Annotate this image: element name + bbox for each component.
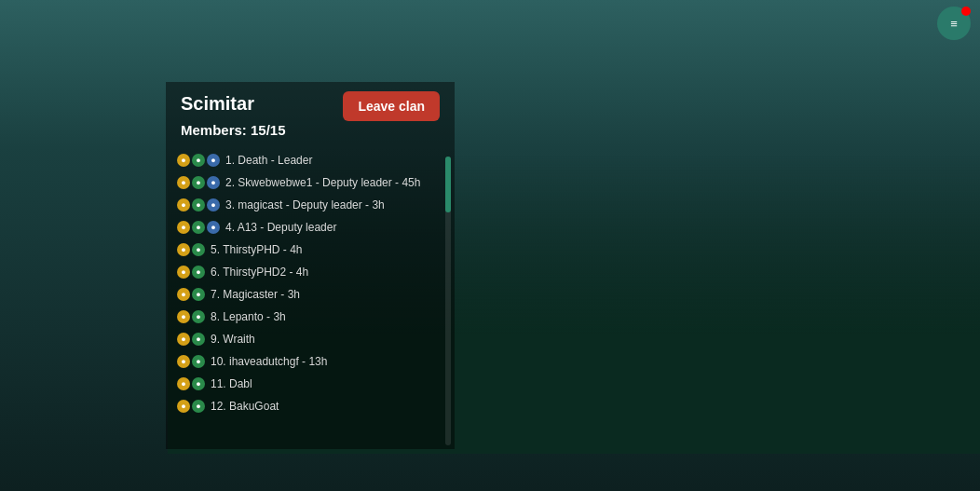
green-rank-icon: ● [192, 355, 205, 368]
green-rank-icon: ● [192, 377, 205, 390]
gold-rank-icon: ● [177, 310, 190, 323]
member-icons: ● ● [177, 288, 205, 301]
green-rank-icon: ● [192, 154, 205, 167]
notification-dot [961, 7, 971, 16]
list-item: ● ● ● 4. A13 - Deputy leader [166, 216, 455, 239]
member-icons: ● ● [177, 333, 205, 346]
member-name: 2. Skwebwebwe1 - Deputy leader - 45h [225, 176, 420, 189]
blue-rank-icon: ● [207, 154, 220, 167]
blue-rank-icon: ● [207, 176, 220, 189]
gold-rank-icon: ● [177, 355, 190, 368]
member-name: 3. magicast - Deputy leader - 3h [225, 198, 385, 211]
green-rank-icon: ● [192, 266, 205, 279]
member-icons: ● ● ● [177, 176, 220, 189]
list-item: ● ● ● 3. magicast - Deputy leader - 3h [166, 194, 455, 216]
scroll-thumb [445, 157, 451, 212]
gold-rank-icon: ● [177, 154, 190, 167]
member-icons: ● ● ● [177, 221, 220, 234]
member-name: 9. Wraith [211, 333, 255, 346]
leave-clan-button[interactable]: Leave clan [343, 91, 440, 121]
list-item: ● ● ● 2. Skwebwebwe1 - Deputy leader - 4… [166, 171, 455, 194]
gold-rank-icon: ● [177, 243, 190, 256]
gold-rank-icon: ● [177, 400, 190, 413]
green-rank-icon: ● [192, 400, 205, 413]
member-icons: ● ● [177, 243, 205, 256]
blue-rank-icon: ● [207, 221, 220, 234]
member-name: 12. BakuGoat [211, 400, 279, 413]
member-name: 8. Lepanto - 3h [211, 310, 286, 323]
member-name: 5. ThirstyPHD - 4h [211, 243, 302, 256]
list-item: ● ● 11. Dabl [166, 373, 455, 395]
gold-rank-icon: ● [177, 176, 190, 189]
scroll-bar[interactable] [445, 157, 451, 445]
member-name: 11. Dabl [211, 377, 252, 390]
members-count: Members: 15/15 [166, 118, 455, 145]
blue-rank-icon: ● [207, 198, 220, 211]
green-rank-icon: ● [192, 288, 205, 301]
menu-button[interactable]: ≡ [937, 7, 971, 40]
gold-rank-icon: ● [177, 198, 190, 211]
member-name: 7. Magicaster - 3h [211, 288, 300, 301]
list-item: ● ● 12. BakuGoat [166, 395, 455, 417]
list-item: ● ● 7. Magicaster - 3h [166, 283, 455, 306]
member-icons: ● ● ● [177, 154, 220, 167]
list-item: ● ● ● 1. Death - Leader [166, 149, 455, 171]
green-rank-icon: ● [192, 333, 205, 346]
member-icons: ● ● [177, 355, 205, 368]
member-icons: ● ● [177, 266, 205, 279]
member-icons: ● ● [177, 400, 205, 413]
gold-rank-icon: ● [177, 333, 190, 346]
gold-rank-icon: ● [177, 266, 190, 279]
member-name: 4. A13 - Deputy leader [225, 221, 336, 234]
member-name: 6. ThirstyPHD2 - 4h [211, 266, 308, 279]
list-item: ● ● 8. Lepanto - 3h [166, 306, 455, 328]
green-rank-icon: ● [192, 221, 205, 234]
member-name: 10. ihaveadutchgf - 13h [211, 355, 327, 368]
list-item: ● ● 9. Wraith [166, 328, 455, 350]
green-rank-icon: ● [192, 243, 205, 256]
green-rank-icon: ● [192, 198, 205, 211]
member-icons: ● ● ● [177, 198, 220, 211]
members-list: ● ● ● 1. Death - Leader ● ● ● 2. Skwebwe… [166, 145, 455, 449]
member-icons: ● ● [177, 377, 205, 390]
green-rank-icon: ● [192, 310, 205, 323]
gold-rank-icon: ● [177, 288, 190, 301]
member-icons: ● ● [177, 310, 205, 323]
gold-rank-icon: ● [177, 377, 190, 390]
menu-icon: ≡ [950, 17, 958, 31]
list-item: ● ● 6. ThirstyPHD2 - 4h [166, 261, 455, 283]
members-panel: Scimitar Members: 15/15 Leave clan ● ● ●… [166, 82, 455, 449]
green-rank-icon: ● [192, 176, 205, 189]
list-item: ● ● 5. ThirstyPHD - 4h [166, 239, 455, 261]
list-item: ● ● 10. ihaveadutchgf - 13h [166, 350, 455, 373]
member-name: 1. Death - Leader [225, 154, 312, 167]
gold-rank-icon: ● [177, 221, 190, 234]
